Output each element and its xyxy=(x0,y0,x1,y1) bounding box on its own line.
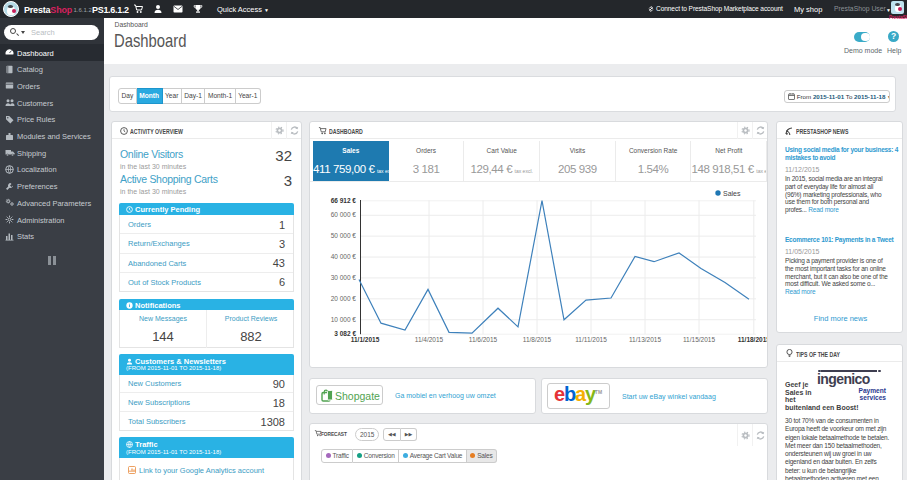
svg-text:11/13/2015: 11/13/2015 xyxy=(629,336,661,343)
svg-text:11/8/2015: 11/8/2015 xyxy=(523,336,552,343)
svg-text:11/1/2015: 11/1/2015 xyxy=(351,336,380,343)
svg-text:10 000 €: 10 000 € xyxy=(331,316,357,323)
svg-text:11/15/2015: 11/15/2015 xyxy=(683,336,715,343)
svg-text:50 000 €: 50 000 € xyxy=(331,232,357,239)
svg-text:30 000 €: 30 000 € xyxy=(331,274,357,281)
svg-text:66 912 €: 66 912 € xyxy=(331,197,357,204)
svg-text:11/4/2015: 11/4/2015 xyxy=(415,336,444,343)
svg-text:40 000 €: 40 000 € xyxy=(331,253,357,260)
svg-text:11/6/2015: 11/6/2015 xyxy=(469,336,498,343)
svg-text:11/11/2015: 11/11/2015 xyxy=(575,336,607,343)
svg-text:60 000 €: 60 000 € xyxy=(331,211,357,218)
svg-text:11/18/2015: 11/18/2015 xyxy=(738,336,767,343)
svg-text:20 000 €: 20 000 € xyxy=(331,295,357,302)
svg-text:Sales: Sales xyxy=(723,190,741,197)
